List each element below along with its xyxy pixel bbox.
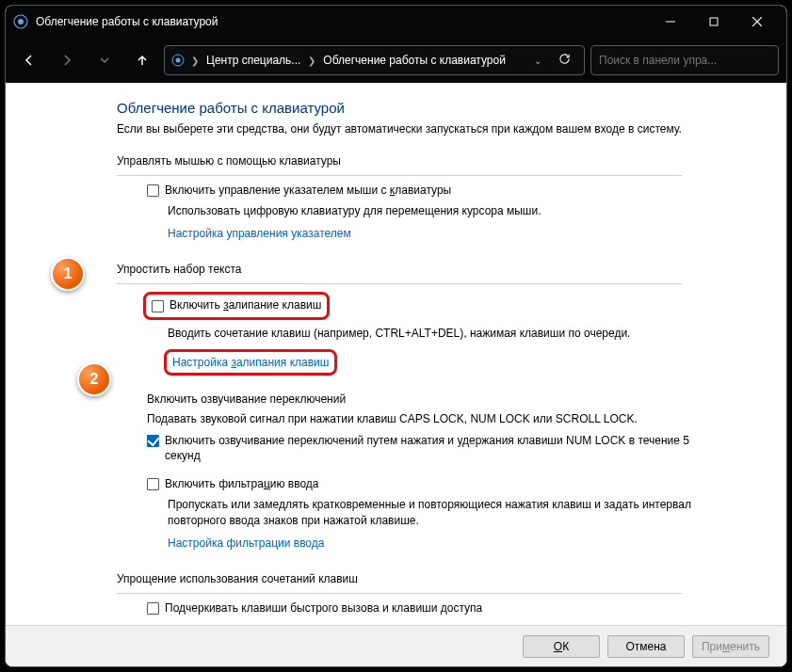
cancel-button[interactable]: Отмена — [607, 635, 685, 658]
svg-point-7 — [176, 58, 181, 63]
checkbox-mouse-keys-label: Включить управление указателем мыши с кл… — [165, 184, 451, 199]
window: Облегчение работы с клавиатурой ❯ Центр … — [5, 5, 787, 667]
app-icon — [13, 14, 28, 29]
link-filter-keys-settings[interactable]: Настройка фильтрации ввода — [168, 536, 324, 550]
toggle-keys-desc: Подавать звуковой сигнал при нажатии кла… — [147, 411, 693, 427]
checkbox-filter-keys-label: Включить фильтрацию ввода — [165, 477, 319, 492]
close-button[interactable] — [735, 7, 779, 37]
page-title: Облегчение работы с клавиатурой — [117, 100, 758, 116]
recent-dropdown[interactable] — [89, 44, 121, 76]
checkbox-underline-shortcuts-label: Подчеркивать клавиши быстрого вызова и к… — [165, 601, 482, 616]
checkbox-filter-keys[interactable] — [147, 478, 159, 490]
sticky-keys-desc: Вводить сочетание клавиш (например, CTRL… — [168, 326, 714, 342]
checkbox-toggle-keys-hold-label: Включить озвучивание переключений путем … — [165, 434, 721, 463]
annotation-callout-2: 2 — [77, 362, 111, 396]
checkbox-sticky-keys-label: Включить залипание клавиш — [170, 298, 321, 313]
breadcrumb-item-2[interactable]: Облегчение работы с клавиатурой — [319, 54, 509, 67]
dialog-footer: ОК Отмена Применить — [6, 625, 786, 666]
toggle-keys-title: Включить озвучивание переключений — [147, 392, 758, 406]
chevron-right-icon: ❯ — [189, 56, 201, 66]
mouse-keys-desc: Использовать цифровую клавиатуру для пер… — [168, 203, 714, 219]
address-icon — [169, 51, 187, 70]
filter-keys-desc: Пропускать или замедлять кратковременные… — [168, 497, 714, 529]
annotation-callout-1: 1 — [51, 257, 85, 291]
checkbox-mouse-keys[interactable] — [147, 184, 159, 197]
maximize-button[interactable] — [692, 7, 735, 37]
checkbox-underline-shortcuts[interactable] — [147, 602, 159, 615]
refresh-button[interactable] — [549, 53, 580, 68]
ok-button[interactable]: ОК — [523, 635, 600, 658]
content-area: Облегчение работы с клавиатурой Если вы … — [6, 83, 786, 625]
page-subtitle: Если вы выберете эти средства, они будут… — [117, 121, 719, 137]
address-dropdown[interactable]: ⌄ — [528, 56, 547, 66]
annotation-highlight-1: Включить залипание клавиш — [143, 292, 330, 320]
nav-toolbar: ❯ Центр специаль... ❯ Облегчение работы … — [6, 38, 786, 83]
group-shortcuts-title: Упрощение использования сочетаний клавиш — [117, 572, 758, 585]
breadcrumb-item-1[interactable]: Центр специаль... — [202, 54, 304, 67]
titlebar: Облегчение работы с клавиатурой — [6, 6, 786, 38]
link-sticky-keys-settings[interactable]: Настройка залипания клавиш — [172, 356, 329, 369]
divider — [117, 593, 682, 594]
link-mouse-settings[interactable]: Настройка управления указателем — [168, 227, 351, 240]
minimize-button[interactable] — [649, 7, 692, 37]
chevron-right-icon: ❯ — [306, 56, 317, 66]
checkbox-sticky-keys[interactable] — [152, 300, 164, 312]
apply-button[interactable]: Применить — [692, 635, 769, 658]
back-button[interactable] — [13, 44, 45, 76]
group-mouse-title: Управлять мышью с помощью клавиатуры — [117, 154, 758, 168]
address-bar[interactable]: ❯ Центр специаль... ❯ Облегчение работы … — [164, 45, 585, 75]
search-input[interactable] — [599, 54, 770, 67]
annotation-highlight-2: Настройка залипания клавиш — [164, 349, 337, 376]
divider — [117, 175, 682, 176]
svg-rect-3 — [710, 18, 718, 25]
window-title: Облегчение работы с клавиатурой — [36, 15, 649, 28]
forward-button[interactable] — [51, 44, 83, 76]
divider — [117, 283, 682, 284]
checkbox-toggle-keys-hold[interactable] — [147, 435, 159, 447]
svg-point-1 — [18, 19, 24, 24]
up-button[interactable] — [126, 44, 158, 76]
search-box[interactable] — [590, 45, 779, 75]
group-typing-title: УУпростить набор текстапростить набор те… — [117, 263, 758, 276]
